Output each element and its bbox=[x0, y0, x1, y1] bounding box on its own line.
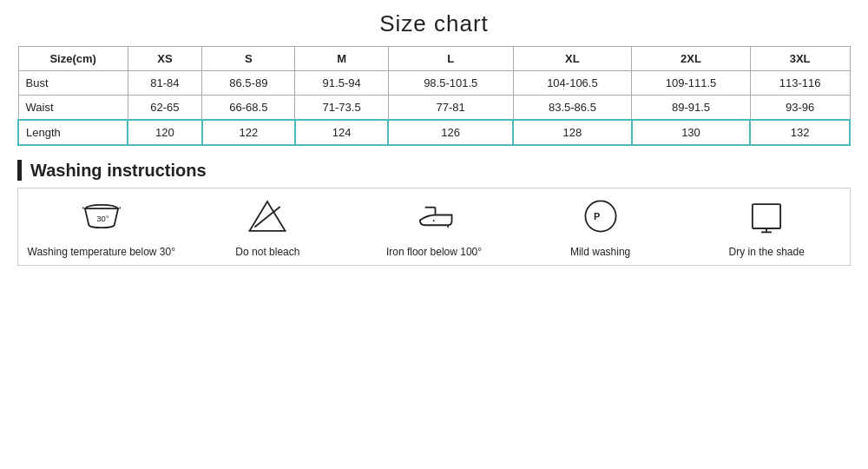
table-cell: 81-84 bbox=[128, 71, 201, 96]
table-cell: 98.5-101.5 bbox=[388, 71, 513, 96]
table-row: Bust81-8486.5-8991.5-9498.5-101.5104-106… bbox=[18, 71, 850, 96]
wash-label-1: Do not bleach bbox=[235, 246, 299, 258]
svg-text:30°: 30° bbox=[96, 214, 109, 223]
table-cell: 120 bbox=[128, 120, 201, 145]
table-cell: 91.5-94 bbox=[295, 71, 388, 96]
row-label: Length bbox=[18, 120, 128, 145]
table-cell: 71-73.5 bbox=[295, 96, 388, 121]
table-cell: 83.5-86.5 bbox=[513, 96, 632, 121]
table-cell: 122 bbox=[202, 120, 295, 145]
table-header: Size(cm) bbox=[18, 47, 128, 71]
row-label: Waist bbox=[18, 96, 128, 121]
table-cell: 130 bbox=[632, 120, 751, 145]
table-header: XS bbox=[128, 47, 201, 71]
table-cell: 132 bbox=[750, 120, 850, 145]
washing-heading: Washing instructions bbox=[17, 160, 851, 181]
dry-shade-icon bbox=[747, 197, 786, 241]
washing-section: Washing instructions 30° Washing tempera… bbox=[17, 160, 851, 266]
svg-line-2 bbox=[119, 208, 120, 208]
wash-label-4: Dry in the shade bbox=[728, 246, 804, 258]
mild-wash-icon: P bbox=[582, 197, 620, 241]
washing-items: 30° Washing temperature below 30° Do not… bbox=[18, 197, 850, 258]
washing-title: Washing instructions bbox=[30, 161, 207, 181]
svg-text:•: • bbox=[433, 217, 436, 223]
wash-item-wash-tub: 30° Washing temperature below 30° bbox=[18, 197, 185, 258]
size-table: Size(cm)XSSMLXL2XL3XL Bust81-8486.5-8991… bbox=[17, 46, 851, 146]
wash-item-no-bleach: Do not bleach bbox=[185, 197, 352, 258]
table-cell: 104-106.5 bbox=[513, 71, 632, 96]
size-chart-title: Size chart bbox=[17, 10, 851, 37]
wash-item-iron: • Iron floor below 100° bbox=[351, 197, 517, 258]
wash-item-dry-shade: Dry in the shade bbox=[683, 197, 850, 258]
wash-label-3: Mild washing bbox=[570, 246, 630, 258]
row-label: Bust bbox=[18, 71, 128, 96]
table-header: 2XL bbox=[632, 47, 751, 71]
heading-bar bbox=[17, 160, 22, 181]
table-header: 3XL bbox=[750, 47, 850, 71]
table-cell: 128 bbox=[513, 120, 632, 145]
table-header: L bbox=[388, 47, 513, 71]
table-cell: 89-91.5 bbox=[632, 96, 751, 121]
table-cell: 113-116 bbox=[750, 71, 850, 96]
table-cell: 126 bbox=[388, 120, 513, 145]
wash-label-2: Iron floor below 100° bbox=[386, 246, 482, 258]
washing-box: 30° Washing temperature below 30° Do not… bbox=[17, 188, 851, 266]
table-cell: 66-68.5 bbox=[202, 96, 295, 121]
svg-text:P: P bbox=[594, 211, 600, 221]
table-cell: 62-65 bbox=[128, 96, 201, 121]
page: Size chart Size(cm)XSSMLXL2XL3XL Bust81-… bbox=[0, 0, 868, 469]
table-header: S bbox=[202, 47, 295, 71]
table-cell: 93-96 bbox=[750, 96, 850, 121]
table-row: Length120122124126128130132 bbox=[18, 120, 850, 145]
table-cell: 77-81 bbox=[388, 96, 513, 121]
svg-line-1 bbox=[82, 208, 83, 208]
table-cell: 124 bbox=[295, 120, 388, 145]
table-cell: 109-111.5 bbox=[632, 71, 751, 96]
wash-label-0: Washing temperature below 30° bbox=[28, 246, 175, 258]
iron-icon: • bbox=[415, 197, 453, 241]
no-bleach-icon bbox=[248, 197, 286, 241]
table-row: Waist62-6566-68.571-73.577-8183.5-86.589… bbox=[18, 96, 850, 121]
svg-point-10 bbox=[585, 201, 615, 231]
table-header: XL bbox=[513, 47, 632, 71]
table-header: M bbox=[295, 47, 388, 71]
wash-tub-icon: 30° bbox=[82, 197, 121, 241]
svg-rect-12 bbox=[753, 204, 780, 228]
wash-item-mild-wash: P Mild washing bbox=[517, 197, 684, 258]
table-cell: 86.5-89 bbox=[202, 71, 295, 96]
